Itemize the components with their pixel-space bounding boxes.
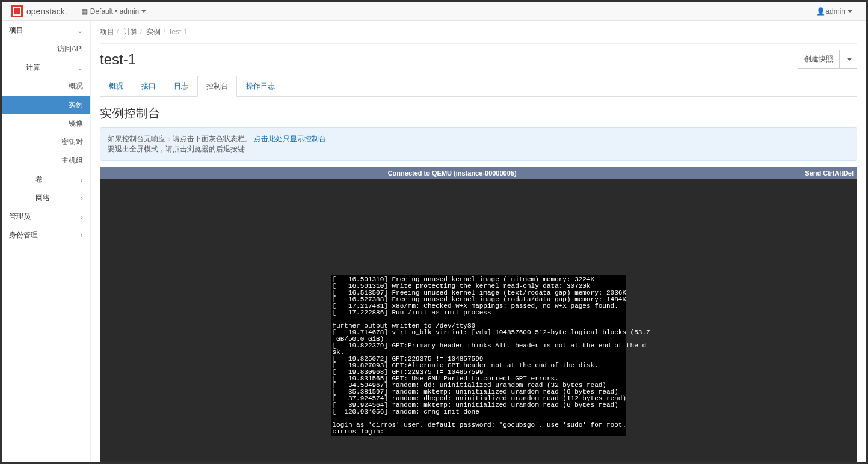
sidebar-item-label: 身份管理 [9, 230, 38, 240]
console-info-alert: 如果控制台无响应：请点击下面灰色状态栏。 点击此处只显示控制台 要退出全屏模式，… [100, 127, 857, 161]
sidebar-item-compute[interactable]: 计算 ⌄ [2, 58, 90, 77]
alert-text: 要退出全屏模式，请点击浏览器的后退按键 [108, 145, 245, 153]
breadcrumb: 项目/ 计算/ 实例/ test-1 [100, 21, 857, 44]
tabs: 概况 接口 日志 控制台 操作日志 [100, 76, 857, 97]
tab-overview[interactable]: 概况 [100, 76, 132, 97]
chevron-down-icon: ⌄ [77, 64, 83, 72]
sidebar-item-label: 实例 [69, 100, 83, 110]
tab-action-log[interactable]: 操作日志 [237, 76, 284, 97]
action-dropdown-button[interactable] [840, 50, 857, 69]
page-actions: 创建快照 [798, 50, 857, 69]
show-only-console-link[interactable]: 点击此处只显示控制台 [254, 135, 326, 143]
project-selector-label: Default • admin [90, 7, 140, 16]
chevron-down-icon: ⌄ [77, 26, 83, 35]
chevron-right-icon: › [81, 231, 83, 240]
sidebar-item-keypairs[interactable]: 密钥对 [2, 133, 90, 151]
sidebar-item-label: 管理员 [9, 212, 31, 222]
breadcrumb-link[interactable]: 实例 [146, 28, 161, 36]
console-output: [ 16.501310] Freeing unused kernel image… [331, 275, 626, 436]
sidebar-item-instances[interactable]: 实例 [2, 96, 90, 114]
sidebar-item-identity[interactable]: 身份管理 › [2, 226, 90, 245]
section-title: 实例控制台 [100, 105, 857, 121]
brand-text: openstack. [26, 7, 67, 16]
tab-log[interactable]: 日志 [165, 76, 197, 97]
breadcrumb-link[interactable]: 计算 [123, 28, 138, 36]
top-navbar: openstack. ▦ Default • admin 👤 admin [2, 2, 866, 21]
sidebar-item-label: 概况 [69, 81, 83, 91]
sidebar-item-api-access[interactable]: 访问API [2, 40, 90, 58]
sidebar-item-project[interactable]: 项目 ⌄ [2, 21, 90, 40]
sidebar-item-label: 卷 [35, 174, 43, 185]
user-label: admin [825, 7, 845, 16]
user-icon: 👤 [816, 7, 825, 16]
console-viewport[interactable]: [ 16.501310] Freeing unused kernel image… [100, 179, 857, 462]
chevron-down-icon [848, 10, 852, 13]
sidebar-item-network[interactable]: 网络 › [2, 189, 90, 207]
sidebar-item-label: 计算 [26, 63, 40, 73]
chevron-down-icon [141, 10, 146, 13]
tab-console[interactable]: 控制台 [197, 76, 237, 97]
chevron-right-icon: › [81, 213, 83, 221]
sidebar-item-admin[interactable]: 管理员 › [2, 207, 90, 226]
sidebar-item-label: 项目 [9, 25, 23, 35]
main-content: 项目/ 计算/ 实例/ test-1 test-1 创建快照 概况 接口 日志 … [91, 21, 866, 462]
breadcrumb-link[interactable]: 项目 [100, 28, 114, 36]
brand[interactable]: openstack. [11, 5, 67, 17]
sidebar-item-server-groups[interactable]: 主机组 [2, 151, 90, 170]
user-menu[interactable]: 👤 admin [811, 7, 857, 16]
sidebar-item-overview[interactable]: 概况 [2, 77, 90, 96]
chevron-right-icon: › [81, 176, 83, 184]
console-status-bar[interactable]: Connected to QEMU (instance-00000005) Se… [100, 167, 857, 179]
page-title: test-1 [100, 51, 136, 68]
breadcrumb-current: test-1 [170, 28, 188, 36]
sidebar-item-label: 密钥对 [61, 137, 83, 147]
chevron-right-icon: › [81, 194, 83, 203]
create-snapshot-button[interactable]: 创建快照 [798, 50, 840, 69]
openstack-logo-icon [11, 5, 23, 17]
console-status-text: Connected to QEMU (instance-00000005) [103, 169, 801, 177]
tab-interfaces[interactable]: 接口 [132, 76, 165, 97]
project-selector[interactable]: ▦ Default • admin [76, 7, 152, 16]
chevron-down-icon [847, 58, 852, 61]
console-wrap: Connected to QEMU (instance-00000005) Se… [100, 167, 857, 462]
sidebar: 项目 ⌄ 访问API 计算 ⌄ 概况 实例 镜像 密钥对 主机组 卷 › 网络 … [2, 21, 91, 462]
send-ctrlaltdel-button[interactable]: Send CtrlAltDel [801, 169, 854, 177]
sidebar-item-label: 访问API [57, 44, 83, 54]
alert-text: 如果控制台无响应：请点击下面灰色状态栏。 [108, 135, 252, 143]
sidebar-item-label: 主机组 [61, 156, 83, 166]
sidebar-item-volumes[interactable]: 卷 › [2, 170, 90, 189]
sidebar-item-label: 网络 [35, 193, 50, 203]
sidebar-item-images[interactable]: 镜像 [2, 114, 90, 133]
sidebar-item-label: 镜像 [69, 118, 83, 129]
